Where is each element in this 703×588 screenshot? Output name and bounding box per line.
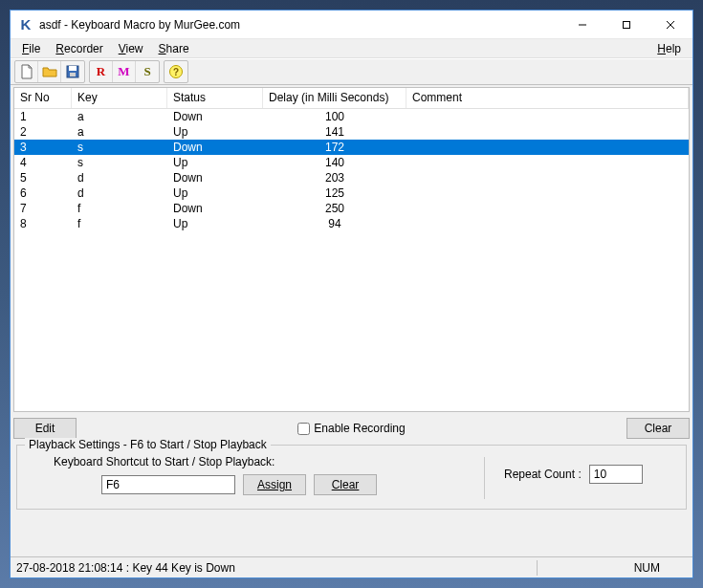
cell-comment [406, 109, 689, 124]
cell-status: Up [167, 216, 263, 231]
cell-status: Up [167, 124, 263, 140]
cell-sr: 4 [14, 155, 72, 170]
action-row: Edit Enable Recording Clear [13, 418, 690, 439]
cell-status: Down [167, 140, 263, 155]
table-row[interactable]: 1aDown100 [14, 109, 689, 124]
record-button-icon[interactable]: R [90, 61, 113, 82]
table-body: 1aDown1002aUp1413sDown1724sUp1405dDown20… [14, 109, 689, 231]
cell-sr: 7 [14, 201, 72, 216]
cell-key: d [72, 170, 167, 185]
repeat-count-label: Repeat Count : [504, 468, 582, 481]
cell-comment [406, 155, 689, 170]
col-key[interactable]: Key [72, 88, 167, 108]
cell-delay: 125 [263, 185, 406, 201]
new-file-icon[interactable] [15, 61, 38, 82]
playback-settings-group: Playback Settings - F6 to Start / Stop P… [16, 445, 687, 510]
cell-sr: 3 [14, 140, 72, 155]
minimize-button[interactable] [560, 11, 604, 39]
cell-sr: 5 [14, 170, 72, 185]
stop-button-icon[interactable]: S [136, 61, 159, 82]
enable-recording-input[interactable] [297, 423, 310, 435]
edit-button[interactable]: Edit [13, 418, 77, 439]
cell-comment [406, 124, 689, 140]
menubar: File Recorder View Share Help [11, 39, 692, 58]
clear-shortcut-button[interactable]: Clear [314, 474, 377, 495]
repeat-count-input[interactable] [589, 465, 643, 484]
clear-button[interactable]: Clear [626, 418, 690, 439]
col-sr-no[interactable]: Sr No [14, 88, 72, 108]
cell-key: s [72, 155, 167, 170]
macro-button-icon[interactable]: M [113, 61, 136, 82]
table-row[interactable]: 8fUp94 [14, 216, 689, 231]
shortcut-label: Keyboard Shortcut to Start / Stop Playba… [54, 455, 465, 468]
cell-delay: 250 [263, 201, 406, 216]
cell-delay: 141 [263, 124, 406, 140]
table-header: Sr No Key Status Delay (in Milli Seconds… [14, 88, 689, 109]
cell-comment [406, 140, 689, 155]
cell-delay: 94 [263, 216, 406, 231]
playback-group-title: Playback Settings - F6 to Start / Stop P… [25, 438, 271, 451]
cell-key: a [72, 124, 167, 140]
app-window: K asdf - Keyboard Macro by MurGee.com Fi… [10, 10, 693, 578]
menu-share[interactable]: Share [151, 40, 197, 57]
svg-rect-6 [70, 73, 76, 76]
cell-sr: 6 [14, 185, 72, 201]
statusbar: 27-08-2018 21:08:14 : Key 44 Key is Down… [11, 556, 692, 577]
open-file-icon[interactable] [38, 61, 61, 82]
cell-comment [406, 216, 689, 231]
maximize-button[interactable] [604, 11, 648, 39]
cell-key: f [72, 201, 167, 216]
table-row[interactable]: 6dUp125 [14, 185, 689, 201]
table-row[interactable]: 5dDown203 [14, 170, 689, 185]
table-row[interactable]: 7fDown250 [14, 201, 689, 216]
menu-view[interactable]: View [111, 40, 151, 57]
cell-delay: 203 [263, 170, 406, 185]
shortcut-input[interactable] [101, 475, 235, 494]
table-row[interactable]: 3sDown172 [14, 140, 689, 155]
assign-button[interactable]: Assign [243, 474, 306, 495]
table-row[interactable]: 2aUp141 [14, 124, 689, 140]
cell-key: a [72, 109, 167, 124]
cell-sr: 8 [14, 216, 72, 231]
svg-rect-1 [624, 21, 630, 28]
save-file-icon[interactable] [61, 61, 84, 82]
svg-text:?: ? [173, 67, 179, 77]
cell-delay: 172 [263, 140, 406, 155]
menu-recorder[interactable]: Recorder [48, 40, 110, 57]
cell-key: d [72, 185, 167, 201]
cell-status: Down [167, 170, 263, 185]
cell-delay: 140 [263, 155, 406, 170]
table-row[interactable]: 4sUp140 [14, 155, 689, 170]
toolbar: R M S ? [11, 58, 692, 85]
menu-file[interactable]: File [14, 40, 48, 57]
cell-comment [406, 185, 689, 201]
cell-delay: 100 [263, 109, 406, 124]
cell-status: Up [167, 155, 263, 170]
cell-key: f [72, 216, 167, 231]
cell-key: s [72, 140, 167, 155]
cell-status: Up [167, 185, 263, 201]
divider [484, 457, 485, 499]
window-controls [560, 11, 692, 39]
enable-recording-label: Enable Recording [314, 422, 405, 435]
col-comment[interactable]: Comment [406, 88, 689, 108]
col-status[interactable]: Status [167, 88, 263, 108]
app-icon: K [18, 17, 33, 33]
cell-comment [406, 201, 689, 216]
titlebar[interactable]: K asdf - Keyboard Macro by MurGee.com [11, 11, 692, 39]
help-icon[interactable]: ? [165, 61, 187, 82]
window-title: asdf - Keyboard Macro by MurGee.com [39, 18, 240, 32]
macro-table[interactable]: Sr No Key Status Delay (in Milli Seconds… [13, 87, 690, 412]
cell-status: Down [167, 201, 263, 216]
menu-help[interactable]: Help [649, 40, 689, 57]
svg-rect-5 [69, 66, 77, 71]
cell-status: Down [167, 109, 263, 124]
status-text: 27-08-2018 21:08:14 : Key 44 Key is Down [16, 561, 533, 575]
cell-sr: 1 [14, 109, 72, 124]
status-numlock: NUM [634, 561, 687, 575]
close-button[interactable] [648, 11, 692, 39]
enable-recording-checkbox[interactable]: Enable Recording [297, 422, 405, 435]
cell-comment [406, 170, 689, 185]
cell-sr: 2 [14, 124, 72, 140]
col-delay[interactable]: Delay (in Milli Seconds) [263, 88, 406, 108]
